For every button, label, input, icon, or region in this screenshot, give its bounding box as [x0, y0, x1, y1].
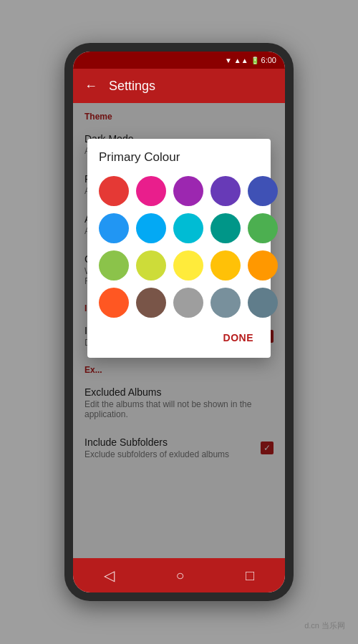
back-button[interactable]: ←: [84, 79, 97, 94]
color-option-9[interactable]: [248, 213, 278, 243]
color-option-12[interactable]: [173, 250, 203, 280]
color-option-3[interactable]: [211, 176, 241, 206]
nav-recent[interactable]: □: [246, 567, 254, 584]
color-option-16[interactable]: [136, 288, 166, 318]
battery-icon: 🔋: [251, 57, 259, 64]
app-bar: ← Settings: [73, 69, 285, 103]
watermark: d.cn 当乐网: [304, 620, 345, 631]
nav-home[interactable]: ○: [175, 567, 184, 584]
bottom-nav: ◁ ○ □: [73, 558, 285, 592]
color-option-15[interactable]: [99, 288, 129, 318]
color-option-7[interactable]: [173, 213, 203, 243]
color-option-19[interactable]: [248, 288, 278, 318]
status-icons: ▼ ▲▲ 🔋 6:00: [225, 56, 276, 64]
color-picker-dialog: Primary Colour DONE: [87, 139, 271, 358]
color-option-11[interactable]: [136, 250, 166, 280]
color-option-14[interactable]: [248, 250, 278, 280]
signal-icon: ▲▲: [234, 57, 248, 64]
color-grid: [99, 176, 259, 318]
nav-back[interactable]: ◁: [104, 567, 115, 584]
phone-frame: ▼ ▲▲ 🔋 6:00 ← Settings Theme Dark Mode A…: [64, 43, 294, 601]
phone-screen: ▼ ▲▲ 🔋 6:00 ← Settings Theme Dark Mode A…: [73, 52, 285, 592]
color-option-17[interactable]: [173, 288, 203, 318]
status-bar: ▼ ▲▲ 🔋 6:00: [73, 52, 285, 69]
time-display: 6:00: [261, 56, 276, 64]
color-option-0[interactable]: [99, 176, 129, 206]
app-title: Settings: [109, 79, 155, 94]
color-option-4[interactable]: [248, 176, 278, 206]
color-option-13[interactable]: [211, 250, 241, 280]
done-button[interactable]: DONE: [218, 329, 259, 346]
color-option-6[interactable]: [136, 213, 166, 243]
settings-content: Theme Dark Mode A... P... A...: [73, 103, 285, 558]
color-option-8[interactable]: [211, 213, 241, 243]
color-option-18[interactable]: [211, 288, 241, 318]
color-option-1[interactable]: [136, 176, 166, 206]
dialog-actions: DONE: [99, 329, 259, 346]
color-option-2[interactable]: [173, 176, 203, 206]
dialog-title: Primary Colour: [99, 150, 259, 165]
wifi-icon: ▼: [225, 57, 232, 64]
color-option-5[interactable]: [99, 213, 129, 243]
color-option-10[interactable]: [99, 250, 129, 280]
